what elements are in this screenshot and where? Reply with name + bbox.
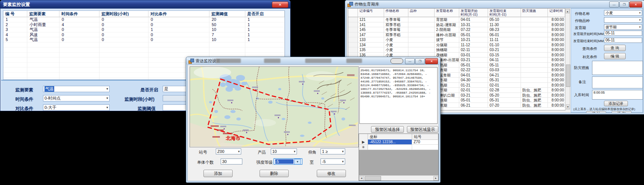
station-column-header[interactable]: 站号 xyxy=(412,134,438,140)
table-cell[interactable]: 监测时段(小时) xyxy=(99,11,148,17)
table-cell: 0 xyxy=(59,37,99,43)
intensity-combo[interactable]: -5 ▾ xyxy=(274,159,302,164)
minimize-icon[interactable]: — xyxy=(609,1,619,7)
add-button[interactable]: 添 加 xyxy=(611,111,632,113)
table-cell: 防虫、施肥 xyxy=(521,88,548,93)
table-row[interactable]: 3气温001101 xyxy=(3,27,285,32)
close-icon[interactable]: ✕ xyxy=(425,58,438,64)
show-warning-area-button[interactable]: 预警区域显示 xyxy=(407,126,438,133)
end-time-input[interactable]: 06-11 xyxy=(604,38,642,43)
coord-cell[interactable]: -45122.12238... xyxy=(368,139,412,145)
maximize-icon[interactable]: ❐ xyxy=(415,58,425,64)
table-cell[interactable] xyxy=(348,9,358,17)
scroll-up-icon[interactable]: ▲ xyxy=(565,9,570,13)
table-cell[interactable]: 记录时间 xyxy=(548,9,565,17)
start-time-input[interactable]: 05-11 xyxy=(604,31,642,36)
stat-button[interactable]: 统 计 xyxy=(586,111,606,113)
table-cell[interactable]: 监测要素 xyxy=(27,11,59,17)
horizontal-scrollbar[interactable]: ◄ ► xyxy=(359,175,438,181)
station-combo[interactable]: Z00 ▾ xyxy=(216,148,241,154)
scrollbar-thumb[interactable] xyxy=(566,65,570,87)
edit-button[interactable]: 编 辑 xyxy=(604,53,626,59)
table-cell[interactable]: 发育期开始 时间(月-日) xyxy=(459,9,488,17)
modify-button[interactable]: 修改 xyxy=(317,170,346,177)
table-cell xyxy=(521,73,548,78)
table-row[interactable] xyxy=(3,47,285,53)
table-cell: 风速 xyxy=(27,32,59,38)
remark-textarea[interactable] xyxy=(592,76,643,88)
table-cell[interactable]: 记录编号 xyxy=(358,9,384,17)
select-warning-area-button[interactable]: 预警区域选择 xyxy=(371,126,404,133)
elevation-combo[interactable]: 1 ≥ ▾ xyxy=(321,148,345,154)
table-row[interactable]: 145冬季草莓2-阴雨期07-2208-238:00:00 xyxy=(348,27,565,32)
scroll-left-icon[interactable]: ◄ xyxy=(359,176,364,181)
coord-column-header[interactable]: 坐标 xyxy=(368,134,412,140)
station-cell[interactable]: Z70 xyxy=(412,139,438,145)
close-icon[interactable]: ✕ xyxy=(629,1,642,7)
table-row[interactable]: 121冬季草莓育苗期04-0105-108:00:00 xyxy=(348,17,565,22)
table-cell[interactable]: 监测阈值 xyxy=(209,11,245,17)
table-row[interactable] xyxy=(3,43,285,48)
chevron-down-icon: ▾ xyxy=(639,12,641,15)
table-row[interactable]: 5气温000101 xyxy=(3,37,285,43)
maximize-icon[interactable]: ❐ xyxy=(619,1,629,7)
period-combo[interactable]: 拔节期 ▾ xyxy=(604,24,642,30)
minimize-icon[interactable]: — xyxy=(405,58,415,64)
table-cell: 1 xyxy=(245,27,285,32)
table-cell[interactable]: 发育期结束 时间(月-日) xyxy=(488,9,521,17)
monitor-element-combo[interactable]: 气温 ▾ xyxy=(43,86,110,92)
table-row[interactable]: 147双季早稻播种-出苗期05-0106-018:00:00 xyxy=(348,32,565,38)
titlebar[interactable]: 作物生育期库 — ❐ ✕ xyxy=(345,0,644,8)
map-canvas[interactable]: 北海市 xyxy=(190,67,358,147)
table-cell[interactable]: 防灾措施 xyxy=(521,9,548,17)
coord-cell[interactable] xyxy=(368,145,412,150)
table-cell: 03-21 xyxy=(459,93,488,98)
vertical-scrollbar[interactable]: ▲ ▼ xyxy=(565,8,570,110)
table-cell[interactable]: 品种 xyxy=(408,9,435,17)
table-row[interactable]: 1气温000201 xyxy=(3,17,285,22)
table-cell xyxy=(27,68,59,73)
close-icon[interactable]: ✕ xyxy=(272,1,288,8)
titlebar[interactable]: 雷达监控设置 — ❐ ✕ xyxy=(186,57,440,65)
table-cell[interactable]: 对比条件 xyxy=(148,11,209,17)
compare-combo[interactable]: 0-大于 ▾ xyxy=(43,104,110,111)
table-cell[interactable]: 是否开启 xyxy=(245,11,285,17)
variety-combo[interactable]: ▾ xyxy=(604,17,642,23)
cell-count-input[interactable]: 30 xyxy=(221,159,242,164)
table-row[interactable]: 134小麦分蘖期11-1201-108:00:00 xyxy=(348,43,565,48)
table-cell[interactable]: 作物名称 xyxy=(384,9,408,17)
table-row[interactable]: 4风速00071 xyxy=(3,32,285,38)
table-cell xyxy=(408,27,435,32)
table-cell xyxy=(59,73,99,78)
measure-textarea[interactable] xyxy=(592,61,643,75)
grid-new-row[interactable]: ✳ xyxy=(359,145,438,150)
table-cell[interactable]: 时间条件 xyxy=(59,11,99,17)
station-cell[interactable] xyxy=(412,145,438,150)
delete-button[interactable]: 删除 xyxy=(260,170,289,177)
table-row[interactable]: 141双季早稻扬花-灌浆期10-3111-308:00:00 xyxy=(348,22,565,28)
table-header-row: 记录编号作物名称品种发育期名称发育期开始 时间(月-日)发育期结束 时间(月-日… xyxy=(348,9,565,17)
product-combo[interactable]: 10 ▾ xyxy=(271,148,297,154)
scroll-down-icon[interactable]: ▼ xyxy=(566,104,570,109)
add-record-button[interactable]: 添加记录 xyxy=(604,101,628,106)
table-cell xyxy=(348,43,358,48)
table-cell[interactable]: 发育期名称 xyxy=(435,9,459,17)
table-cell: 小麦 xyxy=(384,37,408,43)
intime-textarea[interactable]: 8:00:05 xyxy=(592,90,643,100)
chevron-down-icon[interactable]: ▾ xyxy=(294,159,301,164)
table-cell[interactable]: 编 号 xyxy=(3,11,27,17)
coordinates-textarea[interactable]: 25491.0172034571, 905914.1131754 10, 634… xyxy=(359,67,438,124)
table-row[interactable]: 135小麦抽穗期02-1103-218:00:00 xyxy=(348,47,565,53)
grid-row[interactable]: ▶ -45122.12238... Z70 xyxy=(359,139,438,145)
table-row[interactable]: 2小时雨量400501 xyxy=(3,22,285,28)
to-combo[interactable]: -5 ▾ xyxy=(321,159,345,164)
redacted-badge xyxy=(390,58,403,64)
titlebar[interactable]: 要素监控设置 ✕ xyxy=(0,0,290,9)
query-button[interactable]: 查 询 xyxy=(604,45,626,51)
time-cond-combo[interactable]: 0-时间点 ▾ xyxy=(43,95,110,101)
scroll-right-icon[interactable]: ► xyxy=(433,176,438,181)
table-row[interactable]: 133小麦拔节10-2111-118:00:00 xyxy=(348,37,565,43)
scrollbar-thumb[interactable] xyxy=(365,176,381,181)
add-button[interactable]: 添加 xyxy=(203,170,233,177)
crop-name-combo[interactable]: 小麦 ▾ xyxy=(604,10,642,16)
